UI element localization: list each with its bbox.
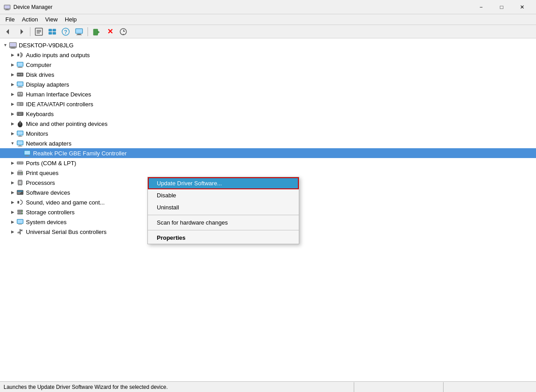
audio-toggle[interactable]: ▶ [9,51,16,58]
context-update-driver[interactable]: Update Driver Software... [148,177,299,189]
ports-icon [16,159,24,167]
back-button[interactable] [2,26,14,37]
tree-item-computer[interactable]: ▶ Computer [0,60,536,70]
svg-rect-27 [11,48,15,48]
computer-icon [16,61,24,69]
update-driver-button[interactable] [90,26,103,37]
menu-help[interactable]: Help [61,15,80,24]
svg-point-95 [21,210,22,211]
tree-item-display[interactable]: ▶ Display adapters [0,79,536,89]
processor-toggle[interactable]: ▶ [9,179,16,186]
menu-view[interactable]: View [42,15,61,24]
svg-rect-13 [53,32,56,34]
menu-action[interactable]: Action [18,15,42,24]
tree-item-hid[interactable]: ▶ Human Interface Devices [0,89,536,99]
tree-item-mice[interactable]: ▶ Mice and other pointing devices [0,119,536,129]
ports-toggle[interactable]: ▶ [9,159,16,167]
status-section-1 [354,382,443,392]
tree-item-ide[interactable]: ▶ IDE ATA/ATAPI controllers [0,99,536,109]
svg-point-96 [21,213,22,214]
computer-toggle[interactable]: ▶ [9,61,16,68]
svg-rect-33 [17,67,23,68]
display-toggle[interactable]: ▶ [9,81,16,88]
svg-rect-99 [18,224,22,225]
tree-item-ports[interactable]: ▶ Ports (COM & LPT) [0,158,536,168]
svg-rect-92 [17,201,19,204]
context-uninstall[interactable]: Uninstall [148,201,299,213]
status-section-2 [443,382,532,392]
svg-rect-42 [18,93,20,95]
svg-rect-20 [93,29,98,35]
properties-button[interactable] [33,26,45,37]
storage-label: Storage controllers [26,209,75,216]
tree-root[interactable]: ▼ DESKTOP-V9D8JLG [0,40,536,50]
svg-rect-46 [17,103,20,104]
software-toggle[interactable]: ▶ [9,189,16,196]
disable-label: Disable [157,192,176,199]
svg-rect-54 [17,114,18,115]
svg-rect-91 [17,193,20,194]
system-toggle[interactable]: ▶ [9,218,16,225]
svg-rect-39 [18,87,22,87]
keyboard-toggle[interactable]: ▶ [9,110,16,117]
svg-point-79 [21,172,22,173]
show-hidden-button[interactable] [46,26,59,37]
forward-button[interactable] [15,26,28,37]
ide-toggle[interactable]: ▶ [9,100,16,108]
svg-rect-32 [18,67,22,67]
monitors-toggle[interactable]: ▶ [9,130,16,137]
sound-icon [16,198,24,206]
svg-marker-4 [6,29,9,34]
minimize-button[interactable]: − [471,0,491,14]
main-content: ▼ DESKTOP-V9D8JLG ▶ Audio [0,38,536,381]
usb-toggle[interactable]: ▶ [9,228,16,235]
scan-hardware-button[interactable] [117,26,130,37]
maximize-button[interactable]: □ [491,0,512,14]
network-toggle[interactable]: ▼ [9,140,16,147]
close-button[interactable]: ✕ [512,0,532,14]
svg-rect-67 [18,146,22,146]
svg-rect-77 [18,170,22,172]
tree-item-print[interactable]: ▶ Print queues [0,168,536,178]
menu-file[interactable]: File [2,15,18,24]
storage-toggle[interactable]: ▶ [9,209,16,216]
tree-item-network[interactable]: ▼ Network adapters [0,138,536,148]
svg-rect-3 [5,10,9,10]
print-toggle[interactable]: ▶ [9,169,16,176]
svg-marker-5 [21,29,23,34]
context-properties[interactable]: Properties [148,232,299,244]
svg-rect-31 [17,63,23,66]
context-disable[interactable]: Disable [148,189,299,201]
keyboard-icon [16,110,24,118]
realtek-icon [23,149,31,157]
disk-toggle[interactable]: ▶ [9,71,16,78]
root-icon [9,41,17,49]
context-scan[interactable]: Scan for hardware changes [148,217,299,229]
uninstall-label: Uninstall [157,204,179,211]
svg-rect-71 [25,156,29,156]
computer-icon-button[interactable] [73,26,85,37]
svg-rect-61 [17,131,23,135]
tree-item-audio[interactable]: ▶ Audio inputs and outputs [0,50,536,60]
usb-label: Universal Serial Bus controllers [26,229,107,235]
ide-icon [16,100,24,108]
keyboard-label: Keyboards [26,111,54,117]
toolbar: ? ✕ [0,25,536,38]
tree-item-keyboard[interactable]: ▶ Keyboards [0,109,536,119]
sound-toggle[interactable]: ▶ [9,199,16,206]
ide-label: IDE ATA/ATAPI controllers [26,101,93,108]
tree-item-monitors[interactable]: ▶ Monitors [0,129,536,138]
uninstall-button[interactable]: ✕ [104,26,116,37]
root-label: DESKTOP-V9D8JLG [19,42,74,49]
svg-rect-38 [17,82,23,86]
svg-rect-98 [17,220,23,223]
tree-item-disk[interactable]: ▶ Disk drives [0,70,536,79]
toolbar-sep-2 [88,27,88,36]
hid-toggle[interactable]: ▶ [9,91,16,98]
svg-rect-29 [17,54,19,56]
realtek-toggle [16,150,23,157]
root-toggle[interactable]: ▼ [2,42,9,49]
help-button[interactable]: ? [59,26,72,37]
tree-item-realtek[interactable]: Realtek PCIe GBE Family Controller [0,148,536,158]
mice-toggle[interactable]: ▶ [9,120,16,127]
